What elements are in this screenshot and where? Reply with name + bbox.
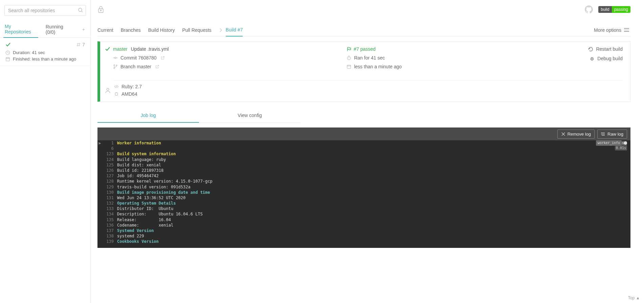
clock-icon: [5, 50, 10, 55]
log-line: 135Release: 16.04: [97, 217, 630, 223]
search-input-wrap: [4, 5, 86, 16]
log-line: 130Build image provisioning date and tim…: [97, 190, 630, 195]
build-number: 7: [76, 42, 85, 47]
log-line: 123Build system information: [97, 151, 630, 157]
log-line: 139Cookbooks Version: [97, 239, 630, 244]
svg-point-13: [115, 57, 116, 59]
svg-point-33: [107, 88, 109, 90]
tab-my-repositories[interactable]: My Repositories: [3, 21, 38, 38]
github-icon[interactable]: [585, 5, 593, 14]
external-link-icon: [155, 65, 159, 69]
log-line: 137Systemd Version: [97, 228, 630, 233]
main-tabs: Current Branches Build History Pull Requ…: [97, 24, 630, 37]
build-status-badge[interactable]: build passing: [598, 6, 630, 13]
build-number-value: 7: [82, 42, 85, 47]
log-line: 134Description: Ubuntu 16.04.6 LTS: [97, 211, 630, 217]
svg-rect-7: [6, 57, 10, 61]
calendar-icon: [5, 57, 10, 62]
log-line: 132Operating System Details: [97, 201, 630, 206]
add-repository-button[interactable]: +: [80, 25, 87, 34]
check-icon: [5, 42, 11, 47]
log-toolbar: Remove log Raw log: [97, 127, 630, 140]
commit-icon: [113, 55, 118, 60]
tab-running[interactable]: Running (0/0): [44, 21, 74, 38]
svg-point-12: [101, 10, 102, 11]
svg-point-0: [79, 8, 82, 11]
svg-line-4: [77, 43, 78, 47]
restart-icon: [588, 47, 593, 52]
badge-label: build: [598, 6, 612, 13]
branch-label: Branch: [120, 64, 137, 69]
remove-log-label: Remove log: [568, 132, 591, 137]
sidebar: My Repositories Running (0/0) + 7 Durati…: [0, 0, 91, 303]
stopwatch-icon: [347, 55, 351, 60]
branch-link[interactable]: Branch master: [120, 64, 151, 69]
more-options-label: More options: [594, 27, 621, 33]
more-options-button[interactable]: More options: [594, 27, 630, 33]
log-fold-tag[interactable]: worker_info: [596, 140, 627, 146]
expand-icon[interactable]: ▶: [97, 140, 102, 146]
job-log[interactable]: 0.06s▶1Worker informationworker_info60.0…: [97, 140, 630, 248]
build-language: Ruby: 2.7: [121, 84, 142, 89]
raw-log-button[interactable]: Raw log: [597, 130, 627, 139]
svg-line-20: [157, 65, 159, 67]
top-label: Top: [628, 296, 635, 300]
subtab-job-log[interactable]: Job log: [97, 109, 199, 123]
svg-point-18: [114, 68, 115, 69]
scroll-to-top-button[interactable]: Top ▲: [628, 296, 640, 300]
svg-line-1: [82, 11, 83, 12]
remove-icon: [561, 132, 565, 136]
log-line: 127Job id: 495464742: [97, 173, 630, 179]
svg-point-19: [116, 65, 117, 66]
build-ago: less than a minute ago: [354, 64, 402, 69]
log-line: 138systemd 229: [97, 233, 630, 239]
log-line: 126Build id: 221897318: [97, 168, 630, 173]
commit-sha: 7608780: [138, 55, 157, 61]
avatar-icon: [105, 88, 111, 93]
sidebar-tabs: My Repositories Running (0/0) +: [0, 21, 90, 38]
debug-label: Debug build: [597, 56, 623, 61]
remove-log-button[interactable]: Remove log: [557, 130, 595, 139]
svg-rect-11: [98, 9, 103, 13]
restart-build-button[interactable]: Restart build: [588, 46, 623, 52]
svg-line-5: [79, 43, 80, 47]
repository-item[interactable]: 7 Duration: 41 sec Finished: less than a…: [0, 38, 90, 66]
badge-status: passing: [612, 6, 630, 13]
log-line: 133Distributor ID: Ubuntu: [97, 206, 630, 211]
check-icon: [105, 46, 110, 52]
log-timer: 0.01s: [615, 146, 627, 150]
build-message[interactable]: Update .travis.yml: [131, 46, 169, 52]
external-link-icon: [161, 56, 164, 60]
log-line: 124Build language: ruby: [97, 157, 630, 162]
tab-branches[interactable]: Branches: [121, 24, 141, 36]
build-arch: AMD64: [121, 91, 137, 97]
log-subtabs: Job log View config: [97, 109, 630, 123]
commit-link[interactable]: Commit 7608780: [120, 55, 157, 61]
build-status[interactable]: #7 passed: [354, 46, 376, 52]
log-line: 125Build dist: xenial: [97, 162, 630, 168]
svg-line-16: [162, 56, 164, 58]
tab-build-number[interactable]: Build #7: [226, 24, 243, 37]
search-input[interactable]: [4, 5, 86, 16]
log-line: 60.01s: [97, 146, 630, 151]
repo-finished: Finished: less than a minute ago: [13, 56, 76, 62]
log-line: 131Wed Jun 24 13:36:52 UTC 2020: [97, 195, 630, 201]
calendar-icon: [347, 64, 351, 69]
lock-icon: [97, 6, 104, 13]
tab-pull-requests[interactable]: Pull Requests: [182, 24, 211, 36]
log-line: ▶1Worker informationworker_info: [97, 140, 630, 146]
debug-build-button[interactable]: Debug build: [590, 56, 623, 61]
tab-build-history[interactable]: Build History: [148, 24, 175, 36]
log-line: 128Runtime kernel version: 4.15.0-1077-g…: [97, 179, 630, 184]
log-line: 129travis-build version: 091d532a: [97, 184, 630, 190]
branch-icon: [113, 64, 118, 69]
tab-current[interactable]: Current: [97, 24, 113, 36]
menu-icon: [624, 28, 629, 32]
svg-point-17: [114, 65, 115, 66]
svg-rect-35: [115, 93, 118, 95]
build-branch[interactable]: master: [113, 46, 128, 52]
chevron-right-icon: [219, 28, 222, 32]
subtab-view-config[interactable]: View config: [199, 109, 301, 123]
branch-name: master: [137, 64, 151, 69]
repo-duration: Duration: 41 sec: [13, 50, 45, 55]
